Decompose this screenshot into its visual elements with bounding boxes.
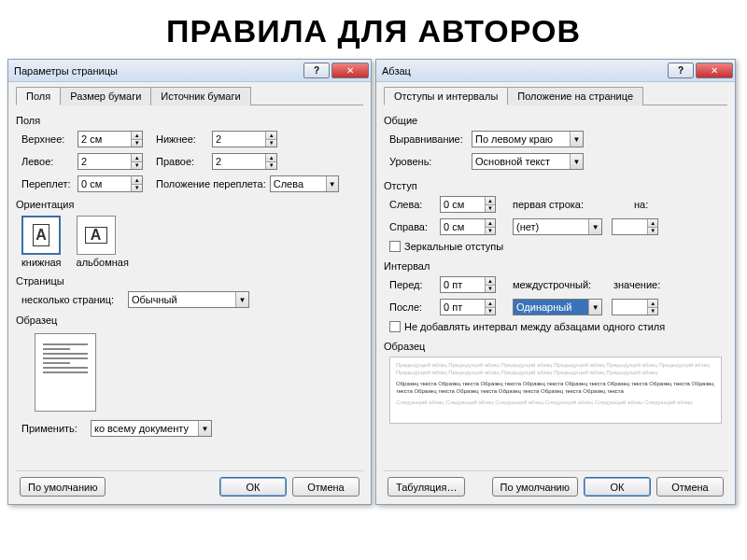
spin-down-icon[interactable]: ▼: [266, 140, 276, 147]
chevron-down-icon[interactable]: ▼: [198, 421, 211, 436]
spin-up-icon[interactable]: ▲: [132, 132, 142, 140]
space-after-label: После:: [389, 301, 436, 313]
dialog-title: Параметры страницы: [14, 65, 303, 77]
spin-down-icon[interactable]: ▼: [648, 228, 657, 235]
indent-left-label: Слева:: [389, 199, 436, 210]
space-after-input[interactable]: ▲▼: [440, 299, 496, 315]
close-button[interactable]: ✕: [331, 63, 369, 78]
tab-paper-size[interactable]: Размер бумаги: [60, 87, 151, 105]
spin-up-icon[interactable]: ▲: [486, 277, 495, 286]
outline-level-label: Уровень:: [389, 156, 468, 167]
ok-button[interactable]: ОК: [219, 477, 287, 497]
bottom-margin-input[interactable]: ▲▼: [212, 131, 277, 147]
right-margin-input[interactable]: ▲▼: [212, 153, 277, 170]
left-margin-input[interactable]: ▲▼: [78, 153, 143, 170]
portrait-icon: A: [33, 224, 49, 246]
page-preview: [35, 333, 96, 412]
close-button[interactable]: ✕: [696, 63, 733, 78]
chevron-down-icon[interactable]: ▼: [588, 219, 601, 234]
orientation-group-label: Ориентация: [16, 199, 363, 210]
left-margin-label: Левое:: [21, 156, 74, 167]
indent-left-input[interactable]: ▲▼: [440, 196, 496, 213]
general-group-label: Общие: [384, 115, 727, 126]
tab-strip: Отступы и интервалы Положение на страниц…: [384, 86, 727, 105]
orientation-landscape[interactable]: A: [77, 216, 116, 255]
spin-up-icon[interactable]: ▲: [486, 300, 495, 308]
apply-to-combo[interactable]: ▼: [91, 420, 212, 437]
tabs-button[interactable]: Табуляция…: [388, 477, 465, 497]
no-space-same-style-checkbox[interactable]: Не добавлять интервал между абзацами одн…: [389, 321, 665, 332]
sample-group-label: Образец: [16, 315, 363, 326]
spin-down-icon[interactable]: ▼: [132, 185, 142, 192]
mirror-indents-label: Зеркальные отступы: [404, 241, 503, 252]
first-line-label: первая строка:: [513, 199, 593, 210]
spacing-at-input[interactable]: ▲▼: [612, 299, 658, 315]
indent-by-label: на:: [634, 199, 655, 210]
spin-up-icon[interactable]: ▲: [132, 154, 142, 162]
gutter-label: Переплет:: [21, 178, 74, 189]
gutter-pos-combo[interactable]: ▼: [270, 175, 339, 192]
line-spacing-combo[interactable]: ▼: [513, 299, 602, 315]
titlebar: Параметры страницы ? ✕: [8, 60, 371, 82]
multi-pages-label: несколько страниц:: [21, 294, 124, 305]
pages-group-label: Страницы: [16, 275, 363, 287]
help-button[interactable]: ?: [668, 63, 694, 78]
space-before-input[interactable]: ▲▼: [440, 276, 496, 293]
chevron-down-icon[interactable]: ▼: [570, 154, 583, 169]
chevron-down-icon[interactable]: ▼: [588, 300, 601, 315]
multi-pages-combo[interactable]: ▼: [128, 291, 249, 308]
paragraph-preview: Предыдущий абзац Предыдущий абзац Предыд…: [389, 357, 722, 424]
indent-group-label: Отступ: [384, 180, 727, 191]
spin-down-icon[interactable]: ▼: [486, 228, 495, 235]
spin-up-icon[interactable]: ▲: [132, 176, 142, 185]
top-margin-label: Верхнее:: [21, 133, 74, 145]
bottom-margin-label: Нижнее:: [156, 133, 208, 145]
indent-right-label: Справа:: [389, 221, 436, 232]
spacing-group-label: Интервал: [384, 260, 727, 272]
paragraph-dialog: Абзац ? ✕ Отступы и интервалы Положение …: [375, 59, 736, 505]
default-button[interactable]: По умолчанию: [492, 477, 578, 497]
spin-down-icon[interactable]: ▼: [486, 286, 495, 293]
cancel-button[interactable]: Отмена: [656, 477, 724, 497]
page-heading: ПРАВИЛА ДЛЯ АВТОРОВ: [0, 0, 747, 59]
tab-indents-spacing[interactable]: Отступы и интервалы: [384, 87, 508, 105]
spin-down-icon[interactable]: ▼: [648, 308, 657, 315]
orientation-portrait[interactable]: A: [21, 216, 61, 255]
apply-to-label: Применить:: [21, 423, 87, 434]
chevron-down-icon[interactable]: ▼: [326, 176, 338, 191]
spin-down-icon[interactable]: ▼: [132, 140, 142, 147]
chevron-down-icon[interactable]: ▼: [570, 132, 583, 147]
spin-up-icon[interactable]: ▲: [648, 300, 657, 308]
gutter-input[interactable]: ▲▼: [78, 175, 143, 192]
alignment-combo[interactable]: ▼: [472, 131, 584, 147]
spin-down-icon[interactable]: ▼: [486, 205, 495, 213]
dialog-title: Абзац: [382, 65, 668, 77]
spin-up-icon[interactable]: ▲: [486, 219, 495, 228]
landscape-label: альбомная: [77, 257, 129, 268]
cancel-button[interactable]: Отмена: [292, 477, 359, 497]
spin-up-icon[interactable]: ▲: [266, 132, 276, 140]
spin-down-icon[interactable]: ▼: [266, 162, 276, 170]
landscape-icon: A: [85, 227, 107, 244]
spin-up-icon[interactable]: ▲: [266, 154, 276, 162]
spin-down-icon[interactable]: ▼: [132, 162, 142, 170]
top-margin-input[interactable]: ▲▼: [78, 131, 143, 147]
mirror-indents-checkbox[interactable]: Зеркальные отступы: [389, 241, 503, 252]
ok-button[interactable]: ОК: [584, 477, 651, 497]
margins-group-label: Поля: [16, 115, 363, 126]
tab-line-breaks[interactable]: Положение на странице: [507, 87, 643, 105]
titlebar: Абзац ? ✕: [376, 60, 735, 82]
tab-paper-source[interactable]: Источник бумаги: [150, 87, 250, 105]
spin-up-icon[interactable]: ▲: [486, 197, 495, 205]
first-line-combo[interactable]: ▼: [513, 218, 602, 235]
tab-margins[interactable]: Поля: [16, 87, 61, 105]
chevron-down-icon[interactable]: ▼: [235, 292, 248, 307]
indent-right-input[interactable]: ▲▼: [440, 218, 496, 235]
indent-by-input[interactable]: ▲▼: [612, 218, 658, 235]
help-button[interactable]: ?: [303, 63, 330, 78]
page-setup-dialog: Параметры страницы ? ✕ Поля Размер бумаг…: [7, 59, 372, 505]
spin-up-icon[interactable]: ▲: [648, 219, 657, 228]
default-button[interactable]: По умолчанию: [20, 477, 106, 497]
spin-down-icon[interactable]: ▼: [486, 308, 495, 315]
outline-level-combo[interactable]: ▼: [472, 153, 584, 170]
